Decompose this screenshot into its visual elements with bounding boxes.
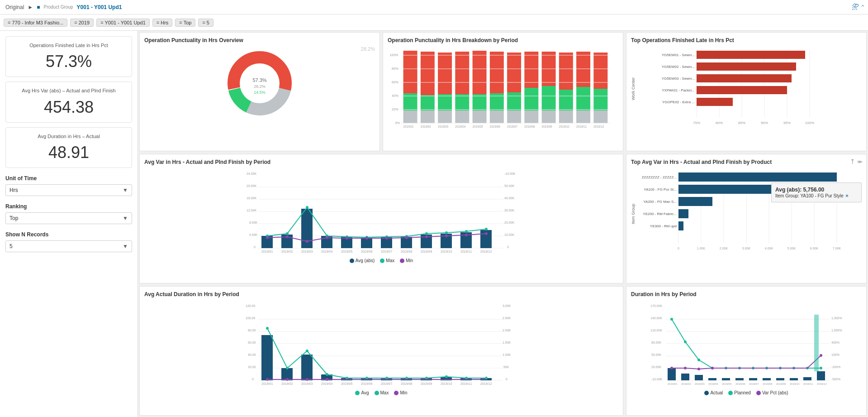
svg-rect-33 <box>507 110 521 123</box>
svg-rect-165 <box>678 173 837 182</box>
svg-rect-43 <box>576 52 590 87</box>
donut-container: 57.3% 28.2% 14.5% 28.2% <box>144 47 375 120</box>
chart-panel-5: ⤒ ⤕ Top Avg Var in Hrs - Actual and Plnd… <box>626 154 867 283</box>
content-area: Operation Punctuality in Hrs Overview 57… <box>138 31 868 417</box>
svg-point-122 <box>286 232 289 235</box>
svg-rect-25 <box>473 51 487 94</box>
legend6-dot-avg <box>355 391 360 395</box>
svg-text:20%: 20% <box>392 107 398 111</box>
chart3-svg: YG5EW01 - Sewin... YG5EW02 - Sewin... YG… <box>640 47 862 131</box>
legend6-max: Max <box>375 390 389 395</box>
filter-pill-1[interactable]: = 2019 <box>70 19 94 27</box>
svg-text:-200%: -200% <box>831 365 840 369</box>
legend-dot-max <box>380 259 384 263</box>
svg-text:2019/06: 2019/06 <box>361 250 372 253</box>
tooltip-value: Avg (abs): 5,756.00 <box>775 187 824 193</box>
svg-text:2019/09: 2019/09 <box>421 250 432 253</box>
svg-text:20.00K: 20.00K <box>504 221 515 224</box>
svg-text:80%: 80% <box>716 121 723 125</box>
svg-text:100%: 100% <box>390 53 398 57</box>
filter-icon[interactable]: ⛈ ⌃ <box>852 3 864 11</box>
svg-text:YGOPE02 - Extra ...: YGOPE02 - Extra ... <box>662 100 695 104</box>
chart4-svg: 0 4.00K 8.00K 12.00K 16.00K 20.00K 24.00… <box>144 169 618 255</box>
legend-avg-abs: Avg (abs) <box>350 258 375 263</box>
chart-panel-7: Duration in Hrs by Period -10.00K 20.00K… <box>626 286 867 416</box>
expand-icons[interactable]: ⤒ ⤕ <box>850 158 863 165</box>
svg-text:2019/09: 2019/09 <box>542 125 552 128</box>
svg-text:YXPAK01 - Packin...: YXPAK01 - Packin... <box>662 88 695 92</box>
svg-text:2019/08: 2019/08 <box>401 382 412 385</box>
kpi-card-0: Operations Finished Late in Hrs Pct 57.3… <box>5 36 132 77</box>
svg-point-123 <box>306 206 308 209</box>
show-n-label: Show N Records <box>5 231 132 238</box>
legend7-varpct: Var Pct (abs) <box>756 390 788 395</box>
svg-point-216 <box>286 367 289 369</box>
svg-text:20.00K: 20.00K <box>651 365 662 369</box>
kpi-value-1: 454.38 <box>11 98 126 117</box>
svg-text:2019/03: 2019/03 <box>695 383 705 385</box>
kpi-title-1: Avg Hrs Var (abs) – Actual and Plnd Fini… <box>11 87 126 94</box>
svg-point-287 <box>684 367 687 369</box>
donut-svg: 57.3% 28.2% 14.5% <box>223 47 296 120</box>
svg-rect-39 <box>542 110 556 123</box>
svg-text:YE200 - RM Fabric...: YE200 - RM Fabric... <box>643 212 677 216</box>
svg-rect-267 <box>735 378 744 380</box>
svg-text:2019/07: 2019/07 <box>381 382 392 385</box>
filter-pill-3[interactable]: = Hrs <box>152 19 173 27</box>
legend6-label-avg: Avg <box>361 390 369 395</box>
svg-text:85%: 85% <box>738 121 745 125</box>
svg-rect-262 <box>668 368 676 380</box>
svg-rect-30 <box>490 110 504 123</box>
svg-text:28.2%: 28.2% <box>254 84 266 89</box>
svg-point-289 <box>711 367 714 369</box>
ranking-select[interactable]: Top ▼ <box>5 212 132 224</box>
svg-rect-27 <box>473 110 487 123</box>
legend-label-min: Min <box>406 258 413 263</box>
svg-point-140 <box>405 236 408 239</box>
svg-text:1,300%: 1,300% <box>831 316 842 320</box>
breadcrumb-original[interactable]: Original <box>5 4 24 10</box>
legend7-label-planned: Planned <box>734 390 751 395</box>
legend7-label-varpct: Var Pct (abs) <box>762 390 788 395</box>
chart-panel-6: Avg Actual Duration in Hrs by Period 0 2… <box>139 286 623 416</box>
svg-point-136 <box>326 236 328 239</box>
svg-point-286 <box>670 367 673 369</box>
show-n-select[interactable]: 5 ▼ <box>5 240 132 252</box>
filter-pill-0[interactable]: = 770 - Infor M3 Fashio... <box>4 19 67 27</box>
svg-rect-270 <box>776 378 784 380</box>
svg-text:2019/07: 2019/07 <box>749 383 759 385</box>
filter-pill-2[interactable]: = Y001 - Y001 Upd1 <box>96 19 150 27</box>
unit-of-time-select[interactable]: Hrs ▼ <box>5 184 132 196</box>
ranking-label: Ranking <box>5 203 132 210</box>
kpi-value-2: 48.91 <box>11 143 126 162</box>
chart-panel-3: Top Operations Finished Late in Hrs Pct … <box>626 32 867 151</box>
filter-pill-5[interactable]: = 5 <box>198 19 213 27</box>
tooltip-item-text: Item Group: YA100 - FG Pur Style <box>775 193 844 198</box>
svg-rect-73 <box>697 51 805 59</box>
filter-icon-tooltip: ☀ <box>845 193 849 198</box>
filter-bar: = 770 - Infor M3 Fashio... = 2019 = Y001… <box>0 14 868 31</box>
svg-text:2019/05: 2019/05 <box>473 125 483 128</box>
filter-pill-4[interactable]: = Top <box>175 19 195 27</box>
svg-text:95%: 95% <box>783 121 791 125</box>
svg-point-138 <box>365 237 368 240</box>
svg-rect-36 <box>524 110 538 123</box>
chart-title-5: Top Avg Var in Hrs - Actual and Plnd Fin… <box>631 159 862 165</box>
legend6-avg: Avg <box>355 390 369 395</box>
svg-point-131 <box>465 230 468 233</box>
svg-text:2019/08: 2019/08 <box>524 125 535 128</box>
svg-point-276 <box>697 359 700 361</box>
svg-text:2019/06: 2019/06 <box>361 382 372 385</box>
svg-text:2019/04: 2019/04 <box>708 383 718 385</box>
legend-min: Min <box>400 258 413 263</box>
breadcrumb-y001[interactable]: Y001 - Y001 Upd1 <box>77 4 122 10</box>
chart6-svg: 0 20.00 40.00 60.00 80.00 100.00 120.00 … <box>144 301 618 387</box>
svg-text:40%: 40% <box>392 94 398 98</box>
svg-text:120.00: 120.00 <box>246 304 256 307</box>
svg-text:0: 0 <box>506 378 508 381</box>
svg-text:-500%: -500% <box>831 378 840 381</box>
svg-rect-42 <box>559 110 573 123</box>
svg-text:2019/07: 2019/07 <box>507 125 517 128</box>
svg-point-142 <box>445 235 448 237</box>
svg-text:2019/02: 2019/02 <box>281 250 293 253</box>
